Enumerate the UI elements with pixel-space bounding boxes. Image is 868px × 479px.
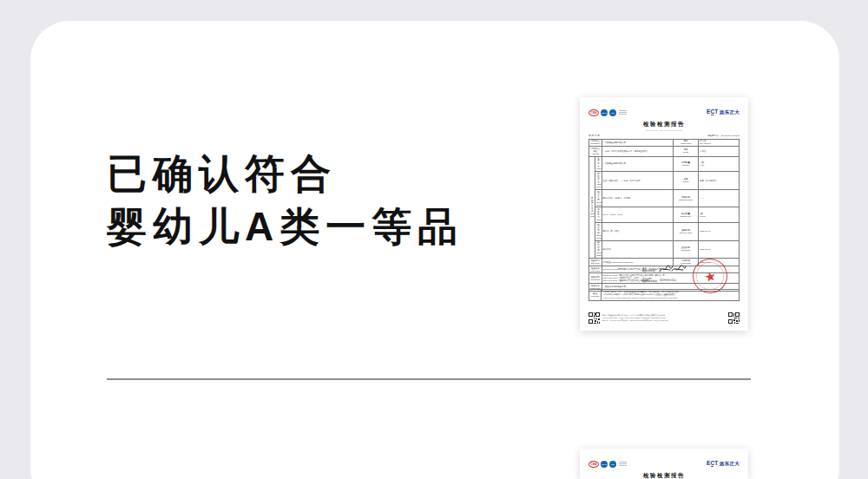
ilac-logo-icon: ilac [609,461,616,468]
cell-label: 检验日期 Test Date [674,240,699,259]
ect-brand-abbr: ECT [707,108,718,115]
approve-date-label: 批准日期 Approved date [642,277,657,283]
ect-brand-name: 远东正大 [720,461,740,468]
certificate-image-bottom[interactable]: CMA CNAS ilac ECT 远东正大 检验检测报告 INSPECTION… [580,449,748,479]
cnas-logo-text: CNAS [602,463,607,465]
cell-value: 婴幼儿内衣（连体衣、罗纹棉） [602,189,674,207]
cell-label: 受检单位 Inspected Party [595,172,602,190]
certificate-header: CMA CNAS ilac ECT 远东正大 [589,108,740,116]
cma-logo-icon: CMA [589,109,599,116]
cell-value: 样品完好 [602,240,674,259]
cell-label: 检验依据 Test Basis [589,273,602,284]
accreditation-logos: CMA CNAS ilac [589,461,627,468]
cell-value: 见实物 See Sample [699,139,740,147]
cnas-logo-icon: CNAS [601,109,608,116]
remarks-label: 备注 Remarks [589,290,602,300]
accreditation-caption [619,110,627,115]
table-row: 样品状态 Sample Status 样品完好 检验日期 Test Date 2… [589,240,740,259]
cell-label: 商标 Trade mark [674,139,699,147]
cell-label: 检验项目 Test Items [589,266,602,273]
table-row: 委托单位地址 Address 广东省广州市白云区某某路88号（详见营业执照） 等… [589,147,740,157]
headline-line1: 已确认符合 [107,151,337,196]
cell-label: 规格型号 Specification [595,207,602,223]
cell-value: 一套 1 set [699,156,740,172]
signature-icon [658,263,687,275]
cma-logo-text: CMA [591,463,597,466]
cell-label: 抽样日期 Sampling Date [674,189,699,207]
remarks-body: 1.本报告无批准人签名、未加盖检验检测专用章无效；报告涂改无效；部分复制本报告无… [602,290,739,300]
cell-label: 样品等级 Sample Grade [595,223,602,241]
cma-logo-text: CMA [591,111,597,115]
report-page-info: 第1页 共1页 [589,135,600,137]
cell-value: 2023-05-15 [699,240,740,259]
cell-value: 彩色（以实物为准） [699,172,740,190]
cell-group-label: 受检产品信息 Sample Information [589,156,595,259]
cell-value: 2套 2 sets [699,207,740,223]
certificate-page: CMA CNAS ilac ECT 远东正大 检验检测报告 INSPECTION… [580,97,748,331]
cell-label: 样品名称 Sample Name [595,189,602,207]
ect-brand-logo: ECT 远东正大 [707,108,740,116]
section-divider [107,378,751,380]
cnas-logo-text: CNAS [602,112,607,114]
certificate-page: CMA CNAS ilac ECT 远东正大 检验检测报告 INSPECTION… [580,449,748,479]
cell-value: 住所（经营场所）：广东省广州市白云区 [602,172,674,190]
ect-brand-logo: ECT 远东正大 [707,460,740,468]
approve-label: 批准 Approved by [642,266,655,272]
cell-label: 样品数量 Sample Qty [674,207,699,223]
footer-line: 电话Tel：400-000-0000 网址Web：www.ect-test.co… [602,319,726,322]
headline-line2: 婴幼儿A类一等品 [107,204,464,249]
report-title: 检验检测报告 [589,472,740,479]
cma-logo-icon: CMA [589,461,599,468]
table-row: 受检产品信息 Sample Information 生产单位 Manufactu… [589,156,740,172]
cell-value: 广东省广州市白云区某某路88号（详见营业执照） [602,147,674,157]
cnas-logo-icon: CNAS [601,461,608,468]
cell-value: 2023-05-10 [699,223,740,241]
certificate-footer: 远东正大检验集团有限公司 地址：广东省广州市番禺区东环街道番禺大道北555号 A… [589,312,740,324]
remarks-box: 备注 Remarks 1.本报告无批准人签名、未加盖检验检测专用章无效；报告涂改… [589,289,740,301]
cell-label: 委托单位 Consignor [589,139,602,147]
report-meta: 第1页 共1页 报告编号No.：ECT2023-05-20136 [589,135,740,137]
accreditation-caption [619,462,627,466]
report-number: 报告编号No.：ECT2023-05-20136 [707,135,740,137]
table-row: 受检单位 Inspected Party 住所（经营场所）：广东省广州市白云区 … [589,172,740,190]
ilac-logo-text: ilac [611,112,615,114]
ect-brand-abbr: ECT [707,460,718,466]
qr-code-icon [728,312,740,324]
cell-value: 婴幼儿A类 一等品 [602,223,674,241]
footer-address: 远东正大检验集团有限公司 地址：广东省广州市番禺区东环街道番禺大道北555号 A… [602,314,726,323]
report-title-en: INSPECTION AND TESTING REPORT [589,129,740,131]
report-title: 检验检测报告 [589,121,740,128]
approve-date: 2023年05月20日 [660,279,676,282]
cell-value: 广州某婴童服饰有限公司 [602,156,674,172]
cell-value: 广州某婴童服饰有限公司 [602,139,674,147]
cell-label: 委托单位地址 Address [589,147,602,157]
certificate-image-top[interactable]: CMA CNAS ilac ECT 远东正大 检验检测报告 INSPECTION… [580,97,748,331]
seal-star-icon: ★ [703,268,717,283]
cell-label: 颜色 Colour [674,172,699,190]
cell-label: 送样日期 Delivery Date [674,223,699,241]
cell-label: 标称数量 Quantity [674,156,699,172]
section-headline: 已确认符合婴幼儿A类一等品 [107,148,464,253]
ilac-logo-text: ilac [611,463,615,465]
remarks-line: 3.The report is invalid without the appr… [603,297,737,299]
table-row: 规格型号 Specification 73/48、80/52、90/56 样品数… [589,207,740,223]
cell-label: 检验类别 Test Type [589,259,602,266]
ect-brand-name: 远东正大 [720,109,740,116]
qr-code-icon [589,312,600,324]
cell-label: 样品状态 Sample Status [595,240,602,259]
cell-label: 等级 Grade [674,147,699,157]
certificate-header: CMA CNAS ilac ECT 远东正大 [589,460,740,468]
cell-value: 一等品 [699,147,740,157]
accreditation-logos: CMA CNAS ilac [589,109,627,116]
table-row: 样品等级 Sample Grade 婴幼儿A类 一等品 送样日期 Deliver… [589,223,740,241]
cell-label: 生产单位 Manufacturer [595,156,602,172]
table-row: 委托单位 Consignor 广州某婴童服饰有限公司 商标 Trade mark… [589,139,740,147]
approval-block: 批准 Approved by 批准日期 Approved date 2023年0… [642,263,687,285]
ilac-logo-icon: ilac [609,109,616,116]
table-row: 样品名称 Sample Name 婴幼儿内衣（连体衣、罗纹棉） 抽样日期 Sam… [589,189,740,207]
cell-value: —— [699,189,740,207]
cell-value: 73/48、80/52、90/56 [602,207,674,223]
